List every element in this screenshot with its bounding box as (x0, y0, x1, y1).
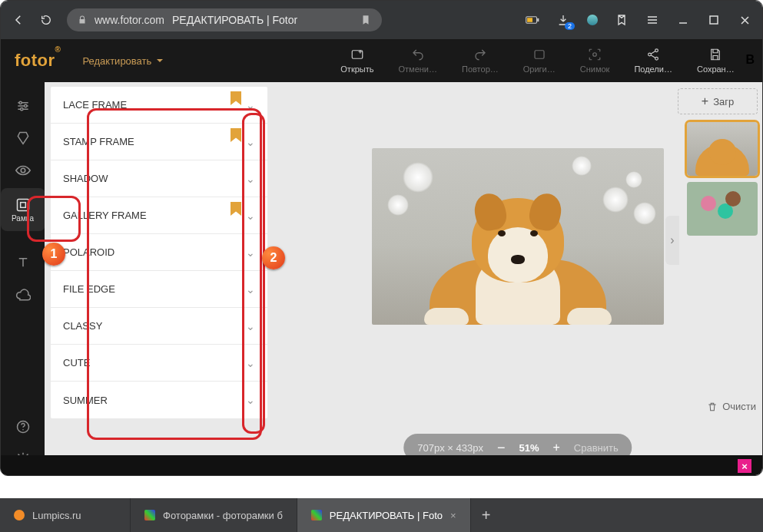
app-header: fotor® Редактировать Открыть Отмени… Пов… (1, 39, 762, 82)
frame-row[interactable]: CUTE⌄ (51, 345, 267, 382)
frame-row[interactable]: GALLERY FRAME⌄ (51, 197, 267, 234)
zoom-out-button[interactable]: − (497, 440, 506, 456)
browser-tab-bar: Lumpics.ru Фоторамки - фоторамки б РЕДАК… (0, 498, 763, 532)
redo-button[interactable]: Повтор… (462, 48, 499, 74)
svg-rect-14 (17, 199, 28, 210)
chevron-down-icon: ⌄ (246, 357, 255, 369)
mode-dropdown[interactable]: Редактировать (82, 55, 164, 67)
svg-rect-2 (537, 18, 539, 21)
frame-row[interactable]: FILE EDGE⌄ (51, 271, 267, 308)
new-tab-button[interactable]: + (471, 507, 502, 524)
menu-button[interactable] (645, 13, 659, 27)
extensions-button[interactable] (587, 15, 598, 25)
chevron-down-icon: ⌄ (246, 210, 255, 222)
chevron-down-icon: ⌄ (246, 136, 255, 148)
lock-icon (78, 15, 87, 25)
save-button[interactable]: Сохран… (697, 48, 735, 74)
frame-label: SUMMER (63, 395, 108, 406)
upload-button[interactable]: +Загр (678, 88, 758, 114)
maximize-button[interactable] (707, 13, 721, 27)
left-tool-rail: Рамка (1, 82, 45, 475)
url-host: www.fotor.com (95, 14, 164, 26)
frame-label: GALLERY FRAME (63, 210, 147, 221)
footer-strip (1, 455, 762, 475)
svg-rect-15 (20, 202, 25, 207)
favicon (144, 510, 155, 520)
frame-label: SHADOW (63, 173, 108, 184)
canvas-image[interactable] (372, 148, 664, 325)
chevron-down-icon: ⌄ (246, 173, 255, 185)
chevron-down-icon: ⌄ (246, 99, 255, 111)
fotor-logo: fotor® (15, 51, 61, 71)
snapshot-button[interactable]: Снимок (580, 48, 610, 74)
help-button[interactable] (1, 411, 45, 443)
minimize-button[interactable] (676, 13, 690, 27)
effect-tool[interactable] (1, 122, 45, 154)
svg-rect-5 (535, 51, 544, 59)
bookmark-page-icon[interactable] (360, 15, 371, 25)
frame-label: LACE FRAME (63, 99, 127, 111)
frame-row[interactable]: STAMP FRAME⌄ (51, 124, 267, 160)
trash-icon (707, 401, 718, 412)
frame-label: POLAROID (63, 246, 114, 258)
svg-point-17 (22, 429, 24, 431)
browser-toolbar: www.fotor.com РЕДАКТИРОВАТЬ | Fotor 2 (1, 1, 762, 39)
chevron-down-icon: ⌄ (246, 394, 255, 406)
favicon (14, 510, 25, 520)
chevron-down-icon: ⌄ (246, 283, 255, 296)
frame-row[interactable]: CLASSY⌄ (51, 308, 267, 345)
frame-tool[interactable]: Рамка (1, 188, 45, 231)
url-title: РЕДАКТИРОВАТЬ | Fotor (172, 14, 297, 26)
address-bar[interactable]: www.fotor.com РЕДАКТИРОВАТЬ | Fotor (67, 8, 382, 31)
svg-point-11 (24, 104, 26, 107)
bookmark-icon (231, 202, 241, 216)
bookmark-icon (231, 128, 241, 142)
cloud-tool[interactable] (1, 279, 45, 311)
beauty-tool[interactable] (1, 154, 45, 187)
frame-label: CUTE (63, 357, 90, 368)
favicon (311, 510, 322, 520)
svg-rect-1 (527, 18, 532, 22)
thumbnail-1[interactable] (687, 122, 758, 176)
back-button[interactable] (12, 13, 25, 27)
downloads-button[interactable]: 2 (556, 13, 570, 27)
bold-indicator: B (738, 44, 762, 76)
chevron-down-icon (156, 57, 164, 64)
tab-lumpics[interactable]: Lumpics.ru (0, 498, 131, 532)
svg-point-13 (21, 168, 25, 173)
zoom-level: 51% (519, 442, 539, 454)
tab-fotor-active[interactable]: РЕДАКТИРОВАТЬ | Foto × (297, 498, 471, 532)
chevron-down-icon: ⌄ (246, 320, 255, 332)
frame-row[interactable]: SHADOW⌄ (51, 160, 267, 197)
canvas-dimensions: 707px × 433px (417, 442, 483, 454)
svg-point-6 (593, 53, 597, 57)
adjust-tool[interactable] (1, 90, 45, 122)
frame-row[interactable]: SUMMER⌄ (51, 382, 267, 418)
frames-panel: LACE FRAME⌄STAMP FRAME⌄SHADOW⌄GALLERY FR… (45, 82, 274, 475)
tab-fotoramki[interactable]: Фоторамки - фоторамки б (131, 498, 297, 532)
undo-button[interactable]: Отмени… (398, 48, 437, 74)
close-ad-button[interactable]: × (738, 459, 751, 473)
chevron-down-icon: ⌄ (246, 246, 255, 259)
svg-point-12 (20, 108, 22, 111)
original-button[interactable]: Ориги… (523, 48, 556, 74)
reload-button[interactable] (39, 13, 53, 27)
open-button[interactable]: Открыть (340, 48, 373, 74)
text-tool[interactable] (1, 246, 45, 279)
zoom-in-button[interactable]: + (552, 441, 559, 454)
frame-row[interactable]: POLAROID⌄ (51, 234, 267, 271)
svg-rect-3 (710, 16, 718, 24)
battery-icon (526, 13, 539, 27)
frame-label: STAMP FRAME (63, 136, 134, 147)
bookmark-icon (231, 91, 241, 105)
close-tab-icon[interactable]: × (450, 510, 456, 521)
share-button[interactable]: Подели… (634, 48, 672, 74)
collapse-right-panel[interactable]: › (665, 216, 679, 265)
close-window-button[interactable] (738, 13, 751, 27)
reading-list-button[interactable] (615, 13, 629, 27)
thumbnail-2[interactable] (687, 182, 758, 236)
frame-label: CLASSY (63, 320, 102, 332)
compare-button[interactable]: Сравнить (574, 442, 619, 454)
frame-row[interactable]: LACE FRAME⌄ (51, 87, 267, 124)
clear-button[interactable]: Очисти (707, 401, 756, 412)
